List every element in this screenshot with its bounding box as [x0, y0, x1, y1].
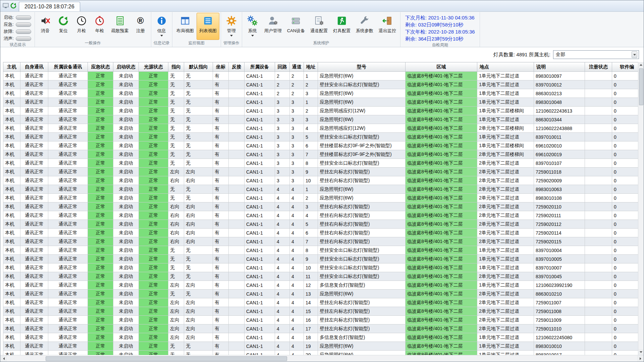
app-icon[interactable] — [2, 2, 9, 9]
table-row[interactable]: 本机通讯正常通讯正常正常未启动正常右向右向有CAN1-1446壁挂右向标志灯(智… — [3, 229, 638, 237]
table-row[interactable]: 本机通讯正常通讯正常正常未启动正常左向左向有CAN1-14418多信息复合灯(智… — [3, 333, 638, 342]
cell: 通讯正常 — [20, 124, 48, 133]
monthly-check-button[interactable]: 月检 — [72, 13, 91, 40]
table-row[interactable]: 本机通讯正常通讯正常正常未启动正常左向左向有CAN1-14412多信息复合灯(智… — [3, 281, 638, 290]
column-header[interactable]: 自身通讯 — [20, 62, 48, 72]
column-header[interactable]: 默认指向 — [184, 62, 213, 72]
cell — [229, 246, 245, 255]
table-row[interactable]: 本机通讯正常通讯正常正常未启动正常无无有CAN1-1222壁挂安全出口标志灯(智… — [3, 80, 638, 89]
column-header[interactable]: 软件编 — [612, 62, 638, 72]
column-header[interactable]: 光源状态 — [139, 62, 168, 72]
clock-tab[interactable]: 2021-10-28 18:07:26 — [19, 2, 80, 11]
annual-check-button[interactable]: 年检 — [91, 13, 109, 40]
table-row[interactable]: 本机通讯正常通讯正常正常未启动正常无无有CAN1-1441应急照明灯(6W)临波… — [3, 185, 638, 194]
cell: 左向 — [168, 298, 184, 307]
horizontal-scrollbar[interactable] — [0, 355, 644, 362]
cell: 未启动 — [113, 185, 139, 194]
column-header[interactable]: 坐标 — [213, 62, 229, 72]
cell: 0 — [612, 255, 638, 263]
cell: 未启动 — [113, 159, 139, 168]
column-header[interactable]: 地址 — [304, 62, 318, 72]
column-header[interactable]: 地点 — [477, 62, 534, 72]
mute-button[interactable]: 消音 — [36, 13, 54, 40]
scroll-left-icon[interactable] — [0, 355, 7, 362]
scroll-up-icon[interactable] — [638, 62, 644, 68]
table-row[interactable]: 本机通讯正常通讯正常正常未启动正常无无有CAN1-1331应急照明灯(6W)临波… — [3, 98, 638, 107]
table-row[interactable]: 本机通讯正常通讯正常正常未启动正常无无有CAN1-1334应急照明感应灯(12W… — [3, 124, 638, 133]
column-header[interactable]: 说明 — [534, 62, 585, 72]
table-row[interactable]: 本机通讯正常通讯正常正常未启动正常无无有CAN1-1223应急照明灯(6W)临波… — [3, 89, 638, 98]
lamp-config-button[interactable]: 灯具配置 — [330, 13, 353, 40]
cell: 8983010097 — [534, 72, 585, 80]
exit-monitor-button[interactable]: 退出监控 — [376, 13, 399, 40]
scroll-down-icon[interactable] — [638, 349, 644, 355]
table-row[interactable]: 本机通讯正常通讯正常正常未启动正常无无有CAN1-1338壁挂安全出口标志灯(智… — [3, 159, 638, 168]
can-device-button[interactable]: CAN设备 — [284, 13, 308, 40]
table-row[interactable]: 本机通讯正常通讯正常正常未启动正常无无有CAN1-14410壁挂安全出口标志灯(… — [3, 263, 638, 272]
system-params-button[interactable]: 系统参数 — [353, 13, 376, 40]
cell: 4 — [304, 124, 318, 133]
cell: 0 — [612, 133, 638, 141]
column-header[interactable]: 指向 — [168, 62, 184, 72]
vertical-scroll-thumb[interactable] — [639, 68, 643, 105]
evacuation-plan-button[interactable]: 疏散预案 — [109, 13, 131, 40]
vertical-scrollbar[interactable] — [638, 62, 644, 355]
cell: 未启动 — [113, 316, 139, 324]
column-header[interactable]: 回路 — [275, 62, 290, 72]
table-row[interactable]: 本机通讯正常通讯正常正常未启动正常右向右向有CAN1-13310壁挂右向标志灯(… — [3, 176, 638, 185]
table-row[interactable]: 本机通讯正常通讯正常正常未启动正常左向左向有CAN1-14415壁挂左向标志灯(… — [3, 307, 638, 316]
system-button[interactable]: 系统 — [244, 13, 262, 40]
cell: CAN1-1 — [245, 202, 275, 211]
column-header[interactable]: 所属设备通讯 — [48, 62, 88, 72]
table-row[interactable]: 本机通讯正常通讯正常正常未启动正常无无有CAN1-14419应急照明灯(6W)临… — [3, 342, 638, 351]
horizontal-scroll-thumb[interactable] — [46, 356, 287, 361]
table-row[interactable]: 本机通讯正常通讯正常正常未启动正常无无有CAN1-14411壁挂安全出口标志灯(… — [3, 272, 638, 281]
table-row[interactable]: 本机通讯正常通讯正常正常未启动正常左向左向有CAN1-14414壁挂左向标志灯(… — [3, 298, 638, 307]
column-header[interactable]: 型号 — [318, 62, 406, 72]
table-row[interactable]: 本机通讯正常通讯正常正常未启动正常右向右向有CAN1-1443壁挂右向标志灯(智… — [3, 202, 638, 211]
table-row[interactable]: 本机通讯正常通讯正常正常未启动正常无无有CAN1-14413应急照明灯(6W)临… — [3, 290, 638, 298]
cell: 4 — [275, 333, 290, 342]
column-header[interactable]: 应急状态 — [88, 62, 113, 72]
table-row[interactable]: 本机通讯正常通讯正常正常未启动正常无无有CAN1-14420应急照明灯(6W)临… — [3, 351, 638, 355]
column-header[interactable]: 所属设备 — [245, 62, 275, 72]
refresh-icon[interactable] — [10, 2, 17, 9]
scroll-right-icon[interactable] — [637, 355, 644, 362]
manage-button[interactable]: 管理 — [222, 13, 240, 40]
info-button[interactable]: 信息 — [153, 13, 171, 40]
dropdown-caret-icon[interactable] — [632, 51, 637, 58]
column-header[interactable]: 主机 — [3, 62, 20, 72]
table-row[interactable]: 本机通讯正常通讯正常正常未启动正常无无有CAN1-1332应急照明感应灯(12W… — [3, 107, 638, 115]
fault-indicator — [16, 29, 31, 34]
table-row[interactable]: 本机通讯正常通讯正常正常未启动正常左向左向有CAN1-14417壁挂左向标志灯(… — [3, 324, 638, 333]
column-header[interactable]: 启动状态 — [113, 62, 139, 72]
cell: 壁挂楼层标志灯0F-9F之外(智能型) — [318, 141, 406, 150]
table-row[interactable]: 本机通讯正常通讯正常正常未启动正常右向右向有CAN1-1447壁挂右向标志灯(智… — [3, 237, 638, 246]
host-filter-select[interactable]: 全部 — [553, 50, 639, 59]
list-view-button[interactable]: 列表视图 — [197, 13, 219, 40]
table-row[interactable]: 本机通讯正常通讯正常正常未启动正常左向左向有CAN1-14416壁挂左向标志灯(… — [3, 316, 638, 324]
table-row[interactable]: 本机通讯正常通讯正常正常未启动正常左向左向有CAN1-1339壁挂左向标志灯(智… — [3, 168, 638, 176]
cell: 4 — [275, 351, 290, 355]
user-management-button[interactable]: 用户管理 — [262, 13, 284, 40]
table-row[interactable]: 本机通讯正常通讯正常正常未启动正常无无有CAN1-1221应急照明灯(6W)临波… — [3, 72, 638, 80]
table-row[interactable]: 本机通讯正常通讯正常正常未启动正常无无有CAN1-1449壁挂安全出口标志灯(智… — [3, 255, 638, 263]
table-row[interactable]: 本机通讯正常通讯正常正常未启动正常无无有CAN1-1337壁挂楼层标志灯0F-9… — [3, 150, 638, 159]
column-header[interactable]: 通道 — [290, 62, 304, 72]
table-row[interactable]: 本机通讯正常通讯正常正常未启动正常无无有CAN1-1448壁挂安全出口标志灯(智… — [3, 246, 638, 255]
table-row[interactable]: 本机通讯正常通讯正常正常未启动正常无无有CAN1-1442应急照明灯(6W)临波… — [3, 194, 638, 202]
table-row[interactable]: 本机通讯正常通讯正常正常未启动正常右向右向有CAN1-1444壁挂右向标志灯(智… — [3, 211, 638, 220]
table-row[interactable]: 本机通讯正常通讯正常正常未启动正常无无有CAN1-1335壁挂安全出口标志灯(智… — [3, 133, 638, 141]
channel-config-button[interactable]: 通道配置 — [308, 13, 330, 40]
cell: 临波庭8号楼/401-地下二层 — [406, 237, 477, 246]
column-header[interactable]: 区域 — [406, 62, 477, 72]
table-row[interactable]: 本机通讯正常通讯正常正常未启动正常右向右向有CAN1-1445壁挂右向标志灯(智… — [3, 220, 638, 229]
cell: 通讯正常 — [48, 141, 88, 150]
register-button[interactable]: ® 注册 — [131, 13, 150, 40]
table-row[interactable]: 本机通讯正常通讯正常正常未启动正常无无有CAN1-1336壁挂楼层标志灯0F-9… — [3, 141, 638, 150]
column-header[interactable]: 反接 — [229, 62, 245, 72]
reset-button[interactable]: 复位 — [54, 13, 72, 40]
column-header[interactable]: 注册状态 — [585, 62, 612, 72]
table-row[interactable]: 本机通讯正常通讯正常正常未启动正常无无有CAN1-1333应急照明灯(6W)临波… — [3, 115, 638, 124]
layout-view-button[interactable]: 布局视图 — [174, 13, 197, 40]
